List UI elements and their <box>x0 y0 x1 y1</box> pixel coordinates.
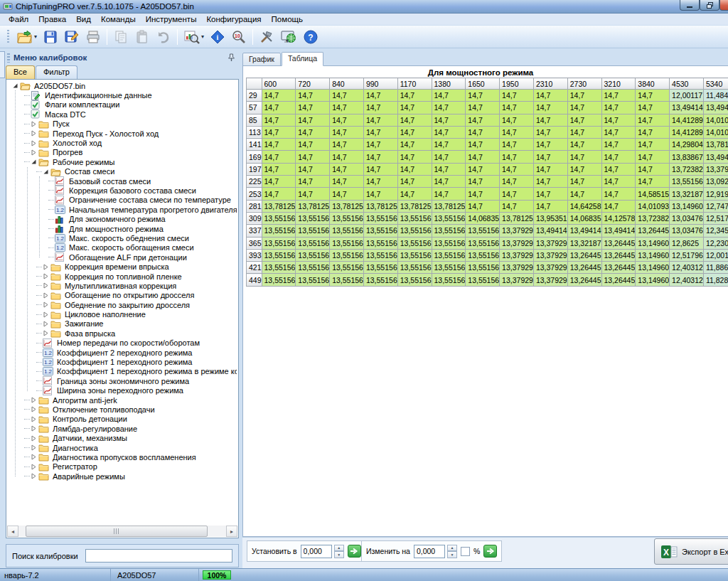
table-cell[interactable]: 13,55156 <box>466 274 500 286</box>
table-cell[interactable]: 14,7 <box>636 163 670 175</box>
table-cell[interactable]: 14,7 <box>500 139 534 151</box>
table-cell[interactable]: 14,29804 <box>670 139 704 151</box>
table-cell[interactable]: 14,7 <box>500 200 534 212</box>
tree-item[interactable]: Ширина зоны переходного режима <box>8 386 237 395</box>
column-header[interactable]: 5340 <box>703 78 728 90</box>
dropdown-caret-icon[interactable]: ▾ <box>34 33 37 40</box>
tree-item[interactable]: Зажигание <box>8 319 237 329</box>
table-cell[interactable]: 13,55156 <box>296 274 330 286</box>
table-cell[interactable]: 13,55156 <box>466 237 500 249</box>
tree-item[interactable]: Цикловое наполнение <box>8 309 237 319</box>
table-cell[interactable]: 14,7 <box>500 102 534 114</box>
table-cell[interactable]: 13,78125 <box>330 200 364 212</box>
print-button[interactable] <box>82 27 104 46</box>
table-cell[interactable]: 14,01093 <box>636 200 670 212</box>
table-cell[interactable]: 14,7 <box>466 188 500 200</box>
table-cell[interactable]: 14,7 <box>636 114 670 126</box>
table-cell[interactable]: 14,7 <box>363 188 397 200</box>
expand-arrow-icon[interactable] <box>31 406 38 412</box>
expand-arrow-icon[interactable] <box>31 130 38 137</box>
table-cell[interactable]: 14,7 <box>500 151 534 163</box>
tree-item[interactable]: Обеднение по закрытию дросселя <box>8 300 237 309</box>
column-header[interactable]: 1170 <box>397 78 432 90</box>
table-cell[interactable]: 13,55156 <box>296 262 330 274</box>
table-cell[interactable]: 14,7 <box>296 139 330 151</box>
scrollbar-track[interactable] <box>18 526 226 537</box>
table-cell[interactable]: 14,7 <box>262 102 296 114</box>
table-cell[interactable]: 14,7 <box>567 102 601 114</box>
table-cell[interactable]: 14,7 <box>363 176 397 188</box>
table-cell[interactable]: 12,00117 <box>703 249 728 261</box>
expand-arrow-icon[interactable] <box>43 330 50 336</box>
table-cell[interactable]: 14,7 <box>262 126 296 138</box>
table-cell[interactable]: 14,7 <box>466 151 500 163</box>
collapse-arrow-icon[interactable] <box>43 169 50 175</box>
table-cell[interactable]: 13,55156 <box>432 249 466 261</box>
table-cell[interactable]: 12,51796 <box>670 249 704 261</box>
table-cell[interactable]: 12,00117 <box>670 90 704 102</box>
table-cell[interactable]: 14,7 <box>567 139 601 151</box>
table-cell[interactable]: 13,55156 <box>466 262 500 274</box>
table-cell[interactable]: 14,7 <box>432 151 466 163</box>
table-cell[interactable]: 12,40312 <box>670 274 704 286</box>
table-cell[interactable]: 14,7 <box>636 151 670 163</box>
expand-arrow-icon[interactable] <box>43 292 50 299</box>
row-header[interactable]: 29 <box>247 90 262 102</box>
table-cell[interactable]: 13,26445 <box>567 274 601 286</box>
table-cell[interactable]: 14,7 <box>262 151 296 163</box>
table-cell[interactable]: 14,7 <box>432 188 466 200</box>
table-cell[interactable]: 13,37929 <box>533 237 567 249</box>
tree-item[interactable]: Ограничение состава смеси по температуре <box>8 196 237 205</box>
table-cell[interactable]: 14,7 <box>397 139 432 151</box>
table-cell[interactable]: 14,7 <box>330 126 364 138</box>
collapse-arrow-icon[interactable] <box>12 82 20 89</box>
spin-up-icon[interactable]: ▲ <box>447 545 457 552</box>
table-cell[interactable]: 14,7 <box>601 114 636 126</box>
table-cell[interactable]: 13,26445 <box>601 262 636 274</box>
table-cell[interactable]: 14,7 <box>432 90 466 102</box>
tree-item[interactable]: Алгоритм anti-jerk <box>8 395 237 405</box>
tree-item[interactable]: Диагностика <box>8 443 237 452</box>
row-header[interactable]: 197 <box>247 163 262 175</box>
table-cell[interactable]: 13,37929 <box>703 163 728 175</box>
table-cell[interactable]: 13,78125 <box>703 139 728 151</box>
table-cell[interactable]: 13,55156 <box>363 237 397 249</box>
table-cell[interactable]: 14,7 <box>330 163 364 175</box>
column-header[interactable]: 3210 <box>601 78 636 90</box>
table-cell[interactable]: 13,26445 <box>636 225 670 237</box>
table-cell[interactable]: 13,14960 <box>636 274 670 286</box>
expand-arrow-icon[interactable] <box>43 264 50 270</box>
table-cell[interactable]: 14,7 <box>432 139 466 151</box>
table-cell[interactable]: 11,48437 <box>703 90 728 102</box>
minimize-button[interactable] <box>680 0 700 11</box>
table-cell[interactable]: 14,7 <box>363 163 397 175</box>
table-cell[interactable]: 14,7 <box>567 126 601 138</box>
table-cell[interactable]: 14,01093 <box>703 126 728 138</box>
table-cell[interactable]: 14,7 <box>262 188 296 200</box>
row-header[interactable]: 141 <box>247 139 262 151</box>
table-cell[interactable]: 13,03476 <box>670 212 704 224</box>
table-cell[interactable]: 13,78125 <box>262 200 296 212</box>
tree-item[interactable]: Маска DTC <box>8 110 237 119</box>
table-cell[interactable]: 13,55156 <box>330 237 364 249</box>
tree-item[interactable]: 1.2Коэффициент 1 переходного режима в ре… <box>8 367 237 376</box>
table-cell[interactable]: 14,7 <box>500 176 534 188</box>
table-cell[interactable]: 14,7 <box>601 139 636 151</box>
table-cell[interactable]: 14,7 <box>567 163 601 175</box>
table-cell[interactable]: 14,7 <box>601 126 636 138</box>
table-cell[interactable]: 14,7 <box>466 200 500 212</box>
table-cell[interactable]: 13,32187 <box>670 188 704 200</box>
table-cell[interactable]: 14,7 <box>636 139 670 151</box>
table-cell[interactable]: 14,7 <box>262 114 296 126</box>
row-header[interactable]: 281 <box>247 200 262 212</box>
tools-button[interactable] <box>256 27 277 46</box>
table-cell[interactable]: 14,7 <box>397 102 432 114</box>
tree-item[interactable]: Состав смеси <box>8 167 237 176</box>
table-cell[interactable]: 14,7 <box>363 151 397 163</box>
tree-item[interactable]: Коррекция по топливной пленке <box>8 272 237 281</box>
column-header[interactable]: 990 <box>363 78 397 90</box>
table-cell[interactable]: 13,78125 <box>363 200 397 212</box>
expand-arrow-icon[interactable] <box>43 311 50 318</box>
table-cell[interactable]: 13,37929 <box>500 274 534 286</box>
table-cell[interactable]: 14,7 <box>330 90 364 102</box>
